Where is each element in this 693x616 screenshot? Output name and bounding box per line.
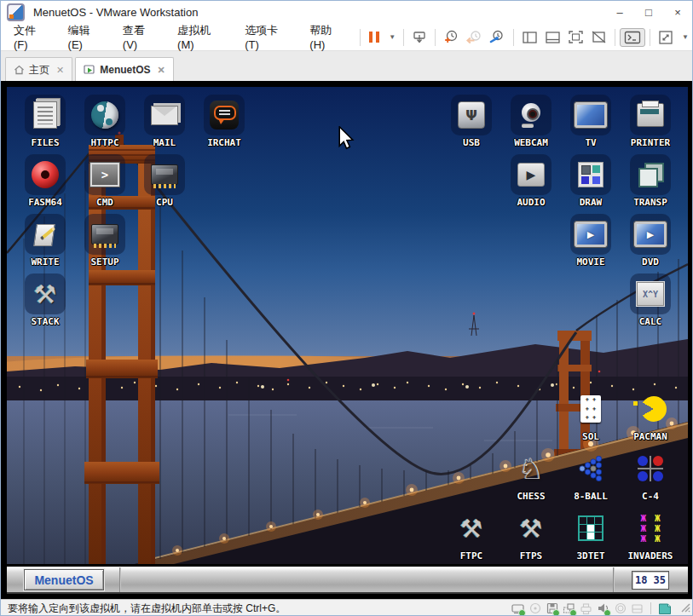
serial-port-icon[interactable] [613, 602, 627, 615]
playing-card-icon [580, 395, 601, 423]
stretch-guest-button[interactable] [655, 28, 677, 47]
tetris-grid-icon [578, 515, 603, 541]
desktop-icon-irchat[interactable] [204, 95, 245, 135]
desktop-icon-8ball[interactable] [570, 448, 611, 489]
unity-mode-button[interactable] [587, 28, 610, 46]
tab-home-close-icon[interactable]: ✕ [56, 65, 64, 76]
desktop-icon-fasm64[interactable] [25, 154, 66, 195]
desktop-icon-tv[interactable] [570, 95, 611, 135]
yin-yang-icon [91, 101, 118, 129]
prompt-glyph: > [101, 168, 108, 181]
pause-button[interactable] [365, 32, 384, 43]
desktop-icon-calc[interactable]: X^Y [630, 273, 671, 314]
vmware-window: MenuetOS - VMware Workstation – □ × 文件(F… [0, 0, 693, 616]
window-title: MenuetOS - VMware Workstation [33, 6, 198, 19]
usb-tray-icon[interactable] [630, 602, 644, 615]
desktop-icon-ftps[interactable] [511, 508, 552, 549]
desktop-icon-usb[interactable] [451, 95, 492, 135]
menu-file[interactable]: 文件(F) [4, 20, 59, 55]
stretch-dropdown[interactable]: ▼ [677, 32, 692, 43]
desktop-icon-cmd[interactable]: > [84, 154, 125, 195]
toolbar-separator [513, 29, 514, 46]
desktop-icon-stack[interactable] [25, 273, 66, 314]
desktop-icon-mail[interactable] [144, 95, 185, 135]
show-thumbnail-bar-button[interactable] [541, 29, 564, 46]
floppy-icon[interactable] [545, 602, 559, 615]
vmware-tools-message-icon[interactable] [657, 602, 672, 615]
network-adapter-icon[interactable] [562, 602, 576, 615]
overlap-squares-icon [637, 161, 664, 188]
maximize-button[interactable]: □ [634, 1, 663, 24]
sound-icon[interactable] [596, 602, 610, 615]
cd-rom-icon[interactable] [528, 602, 542, 615]
desktop-icon-3dtet[interactable] [570, 508, 611, 549]
desktop-icon-movie[interactable] [570, 214, 611, 255]
vmware-logo-icon [7, 3, 25, 21]
desktop-icon-ftpc[interactable] [451, 508, 492, 549]
revert-snapshot-button[interactable] [463, 27, 486, 47]
tab-bar: 主页 ✕ MenuetOS ✕ [1, 50, 692, 82]
desktop-icon-webcam[interactable] [511, 95, 552, 135]
pause-dropdown[interactable]: ▼ [384, 32, 399, 43]
toolbar-separator [435, 29, 436, 46]
show-library-button[interactable] [518, 29, 541, 46]
take-snapshot-button[interactable] [440, 27, 463, 47]
icon-label: FILES [12, 137, 78, 148]
desktop-icon-pacman[interactable] [630, 389, 671, 429]
desktop-icon-invaders[interactable] [630, 508, 671, 549]
icon-label: FTPC [438, 550, 505, 561]
icon-label: AUDIO [498, 197, 564, 208]
status-bar: 要将输入定向到该虚拟机，请在虚拟机内部单击或按 Ctrl+G。 [1, 599, 693, 616]
desktop-icon-sol[interactable] [570, 389, 611, 429]
menuetos-desktop[interactable]: FILES HTTPC MAIL IRCHAT FASM64 > CMD CPU… [7, 87, 688, 564]
close-button[interactable]: × [663, 1, 692, 24]
desktop-icon-chess[interactable] [511, 448, 552, 489]
menu-edit[interactable]: 编辑(E) [59, 20, 113, 55]
icon-label: 8-BALL [557, 491, 624, 502]
menu-help[interactable]: 帮助(H) [300, 20, 355, 55]
fasm-sphere-icon [32, 161, 59, 188]
tab-home[interactable]: 主页 ✕ [5, 57, 72, 82]
menu-vm[interactable]: 虚拟机(M) [168, 20, 235, 55]
desktop-icon-audio[interactable] [511, 154, 552, 195]
files-icon [33, 101, 57, 129]
desktop-icon-files[interactable] [25, 95, 66, 135]
minimize-button[interactable]: – [605, 1, 634, 24]
menu-tabs[interactable]: 选项卡(T) [235, 20, 300, 55]
vm-screen: FILES HTTPC MAIL IRCHAT FASM64 > CMD CPU… [1, 81, 693, 599]
icon-label: WRITE [12, 256, 78, 268]
send-ctrl-alt-del-button[interactable] [408, 28, 430, 47]
toolbar-separator [615, 29, 615, 46]
desktop-icon-dvd[interactable] [630, 214, 671, 255]
desktop-icon-transp[interactable] [630, 154, 671, 195]
desktop-icon-write[interactable] [25, 214, 66, 255]
desktop-icon-c4[interactable] [630, 448, 671, 489]
desktop-icon-httpc[interactable] [84, 95, 125, 135]
menu-view[interactable]: 查看(V) [113, 20, 168, 55]
tab-menuetos[interactable]: MenuetOS ✕ [75, 57, 174, 82]
desktop-icon-setup[interactable] [84, 214, 125, 255]
icon-label: C-4 [617, 491, 684, 502]
console-view-button[interactable] [620, 28, 645, 47]
menuetos-start-button[interactable]: MenuetOS [24, 569, 104, 590]
manage-snapshots-button[interactable] [486, 27, 509, 47]
desktop-icon-draw[interactable] [570, 154, 611, 195]
mouse-cursor [338, 126, 355, 150]
icon-label: INVADERS [617, 550, 684, 561]
fullscreen-button[interactable] [564, 28, 587, 46]
icon-label: CMD [72, 197, 138, 208]
calculator-icon: X^Y [637, 282, 664, 306]
connected-dot [603, 609, 611, 616]
tab-menuetos-close-icon[interactable]: ✕ [158, 65, 165, 76]
printer-icon[interactable] [579, 602, 593, 615]
icon-label: MOVIE [557, 256, 624, 268]
desktop-icon-cpu[interactable] [144, 154, 185, 195]
icon-label: CHESS [498, 491, 564, 502]
hard-disk-icon[interactable] [511, 602, 525, 615]
cpu-chip-icon [151, 164, 178, 185]
resize-grip[interactable] [679, 602, 690, 615]
icon-label: TRANSP [617, 197, 684, 208]
tab-home-label: 主页 [29, 63, 49, 78]
desktop-icon-printer[interactable] [630, 95, 671, 135]
pause-icon [376, 32, 379, 43]
